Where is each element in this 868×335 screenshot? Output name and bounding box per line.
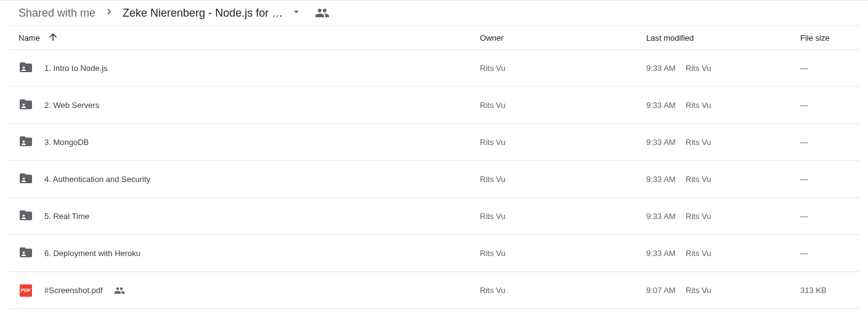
table-row[interactable]: 1. Intro to Node.jsRits Vu9:33 AMRits Vu…: [9, 50, 859, 87]
cell-size: —: [800, 212, 850, 221]
svg-point-5: [23, 252, 25, 254]
cell-modified: 9:33 AMRits Vu: [646, 212, 800, 221]
file-name: 5. Real Time: [44, 212, 89, 221]
cell-name: 4. Authentication and Security: [18, 171, 480, 188]
modified-time: 9:07 AM: [646, 286, 686, 295]
column-header-modified[interactable]: Last modified: [646, 33, 800, 43]
file-name: 1. Intro to Node.js: [44, 64, 108, 73]
file-name: #Screenshot.pdf: [44, 286, 103, 295]
cell-modified: 9:33 AMRits Vu: [646, 175, 800, 184]
cell-modified: 9:33 AMRits Vu: [646, 101, 800, 110]
pdf-icon: PDF: [20, 284, 32, 297]
table-row[interactable]: PDF#Screenshot.pdfRits Vu9:07 AMRits Vu3…: [9, 272, 859, 309]
cell-modified: 9:07 AMRits Vu: [646, 286, 800, 295]
modified-time: 9:33 AM: [646, 101, 686, 110]
breadcrumb: Shared with me Zeke Nierenberg - Node.js…: [0, 0, 868, 25]
folder-shared-icon: [18, 245, 33, 262]
folder-shared-icon: [18, 60, 33, 77]
cell-size: —: [800, 101, 850, 110]
modified-by: Rits Vu: [686, 212, 711, 221]
file-name: 4. Authentication and Security: [44, 175, 150, 184]
table-row[interactable]: 2. Web ServersRits Vu9:33 AMRits Vu—: [9, 87, 859, 124]
svg-point-1: [23, 104, 25, 106]
modified-time: 9:33 AM: [646, 249, 686, 258]
people-icon[interactable]: [315, 6, 330, 20]
folder-shared-icon: [18, 97, 33, 114]
cell-owner: Rits Vu: [480, 64, 646, 73]
folder-shared-icon: [18, 171, 33, 188]
folder-shared-icon: [18, 134, 33, 151]
cell-owner: Rits Vu: [480, 212, 646, 221]
column-header-name-label: Name: [18, 33, 40, 43]
cell-size: —: [800, 249, 850, 258]
svg-point-4: [23, 215, 25, 217]
shared-icon: [114, 285, 125, 296]
modified-by: Rits Vu: [686, 286, 711, 295]
modified-by: Rits Vu: [686, 101, 711, 110]
cell-name: PDF#Screenshot.pdf: [18, 284, 480, 297]
breadcrumb-root[interactable]: Shared with me: [18, 7, 95, 20]
cell-owner: Rits Vu: [480, 101, 646, 110]
column-header-name[interactable]: Name: [18, 31, 480, 44]
file-name: 6. Deployment with Heroku: [44, 249, 140, 258]
cell-owner: Rits Vu: [480, 175, 646, 184]
table-header-row: Name Owner Last modified File size: [9, 25, 859, 50]
modified-by: Rits Vu: [686, 64, 711, 73]
modified-time: 9:33 AM: [646, 64, 686, 73]
svg-point-0: [23, 67, 25, 69]
cell-name: 5. Real Time: [18, 208, 480, 225]
column-header-owner[interactable]: Owner: [480, 33, 646, 43]
cell-size: —: [800, 138, 850, 147]
table-row[interactable]: 4. Authentication and SecurityRits Vu9:3…: [9, 161, 859, 198]
table-row[interactable]: 3. MongoDBRits Vu9:33 AMRits Vu—: [9, 124, 859, 161]
cell-modified: 9:33 AMRits Vu: [646, 64, 800, 73]
file-list: 1. Intro to Node.jsRits Vu9:33 AMRits Vu…: [9, 50, 859, 309]
cell-modified: 9:33 AMRits Vu: [646, 138, 800, 147]
caret-down-icon[interactable]: [290, 6, 302, 20]
svg-point-2: [23, 141, 25, 143]
sort-ascending-icon: [47, 31, 59, 44]
svg-point-3: [23, 178, 25, 180]
modified-by: Rits Vu: [686, 175, 711, 184]
cell-owner: Rits Vu: [480, 138, 646, 147]
cell-name: 2. Web Servers: [18, 97, 480, 114]
modified-time: 9:33 AM: [646, 175, 686, 184]
chevron-right-icon: [103, 6, 115, 20]
cell-owner: Rits Vu: [480, 249, 646, 258]
table-row[interactable]: 5. Real TimeRits Vu9:33 AMRits Vu—: [9, 198, 859, 235]
cell-name: 1. Intro to Node.js: [18, 60, 480, 77]
breadcrumb-current[interactable]: Zeke Nierenberg - Node.js for …: [123, 7, 283, 20]
column-header-size[interactable]: File size: [800, 33, 850, 43]
cell-size: 313 KB: [800, 286, 850, 295]
cell-name: 3. MongoDB: [18, 134, 480, 151]
file-name: 2. Web Servers: [44, 101, 99, 110]
modified-time: 9:33 AM: [646, 138, 686, 147]
table-row[interactable]: 6. Deployment with HerokuRits Vu9:33 AMR…: [9, 235, 859, 272]
modified-by: Rits Vu: [686, 138, 711, 147]
cell-size: —: [800, 64, 850, 73]
modified-time: 9:33 AM: [646, 212, 686, 221]
cell-owner: Rits Vu: [480, 286, 646, 295]
file-name: 3. MongoDB: [44, 138, 89, 147]
modified-by: Rits Vu: [686, 249, 711, 258]
cell-size: —: [800, 175, 850, 184]
cell-modified: 9:33 AMRits Vu: [646, 249, 800, 258]
cell-name: 6. Deployment with Heroku: [18, 245, 480, 262]
folder-shared-icon: [18, 208, 33, 225]
